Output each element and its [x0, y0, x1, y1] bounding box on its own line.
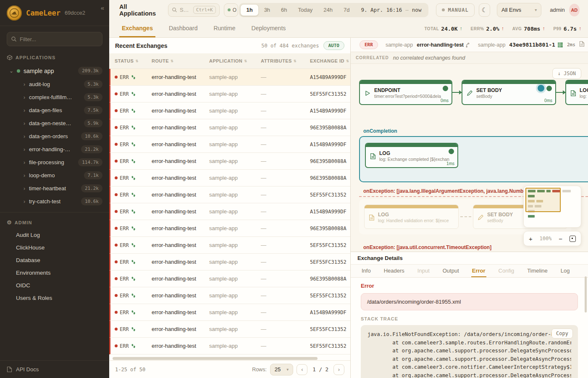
pagination-range: 1-25 of 50: [115, 367, 145, 373]
copy-button[interactable]: Copy: [551, 328, 573, 339]
table-row[interactable]: ERR error-handling-test sample-app — 5EF…: [109, 338, 350, 354]
table-row[interactable]: ERR error-handling-test sample-app — A15…: [109, 136, 350, 153]
sidebar-collapse-icon[interactable]: «: [101, 4, 104, 11]
sidebar-app-sample-app[interactable]: ⌄ sample app 209.3k: [0, 64, 109, 78]
column-header[interactable]: APPLICATION ⇅: [209, 58, 261, 63]
column-header[interactable]: ATTRIBUTES ⇅: [261, 58, 310, 63]
nav-tab[interactable]: Deployments: [249, 20, 289, 37]
exchange-route-name[interactable]: error-handling-test: [417, 42, 470, 48]
table-row[interactable]: ERR error-handling-test sample-app — A15…: [109, 203, 350, 220]
admin-nav-item[interactable]: Users & Roles: [0, 292, 109, 304]
route-diagram-canvas[interactable]: ↓ JSON ENDPOINT timer:errorTest?period=5…: [351, 64, 588, 252]
exchange-id[interactable]: 43ee9811b801-1: [509, 42, 563, 48]
api-docs-link[interactable]: API Docs: [0, 360, 109, 378]
table-row[interactable]: ERR error-handling-test sample-app — A15…: [109, 69, 350, 86]
details-tab[interactable]: Headers: [383, 265, 405, 277]
global-search[interactable]: Ctrl+K: [168, 3, 220, 17]
details-tab[interactable]: Log: [560, 265, 571, 277]
admin-nav-item[interactable]: Audit Log: [0, 229, 109, 242]
download-json-button[interactable]: ↓ JSON: [552, 68, 581, 79]
error-status-dot: [115, 76, 118, 79]
prev-page-button[interactable]: ‹: [297, 364, 307, 375]
time-range-button[interactable]: 7d: [338, 4, 355, 16]
auto-refresh-badge[interactable]: AUTO: [323, 41, 345, 50]
live-indicator-toggle[interactable]: O: [224, 3, 239, 17]
nav-tab[interactable]: Dashboard: [166, 20, 200, 37]
selected-step-dot[interactable]: [538, 85, 544, 92]
details-tab[interactable]: Error: [471, 265, 486, 277]
column-header[interactable]: STATUS ⇅: [115, 58, 152, 63]
environment-select[interactable]: All Envs ▾: [497, 3, 541, 17]
search-input[interactable]: [180, 7, 191, 13]
table-row[interactable]: ERR error-handling-test sample-app — A15…: [109, 304, 350, 321]
table-row[interactable]: ERR error-handling-test sample-app — 5EF…: [109, 86, 350, 102]
sidebar-route-item[interactable]: › timer-heartbeat 21.2k: [0, 182, 109, 195]
avatar[interactable]: AD: [569, 4, 580, 16]
sidebar-route-item[interactable]: › data-gen-neste… 5.9k: [0, 117, 109, 130]
sidebar-route-item[interactable]: › error-handling-… 21.2k: [0, 143, 109, 156]
node-endpoint[interactable]: ENDPOINT timer:errorTest?period=5000&del…: [359, 80, 452, 105]
column-header[interactable]: ROUTE ⇅: [152, 58, 209, 63]
admin-nav-item[interactable]: Database: [0, 254, 109, 267]
route-label: file-processing: [29, 159, 64, 165]
rows-per-page-select[interactable]: 25 ▾: [270, 364, 294, 375]
time-range-button[interactable]: 24h: [318, 4, 338, 16]
details-tab[interactable]: Config: [498, 265, 515, 277]
table-row[interactable]: ERR error-handling-test sample-app — 5EF…: [109, 287, 350, 304]
admin-nav-item[interactable]: ClickHouse: [0, 242, 109, 254]
table-row[interactable]: ERR error-handling-test sample-app — 96E…: [109, 170, 350, 186]
table-row[interactable]: ERR error-handling-test sample-app — 5EF…: [109, 254, 350, 270]
table-row[interactable]: ERR error-handling-test sample-app — A15…: [109, 102, 350, 119]
table-row[interactable]: ERR error-handling-test sample-app — 96E…: [109, 220, 350, 237]
admin-nav-item[interactable]: Environments: [0, 267, 109, 279]
details-tab[interactable]: Timeline: [526, 265, 549, 277]
sidebar-route-item[interactable]: › file-processing 114.7k: [0, 156, 109, 169]
stat-value: 2.0%: [486, 26, 499, 32]
chevron-right-icon: ›: [24, 121, 25, 126]
time-range-display[interactable]: 9. Apr. 16:16 – now: [355, 7, 427, 13]
time-range-button[interactable]: 6h: [276, 4, 292, 16]
node-completion-log[interactable]: LOG log: Exchange completed [${exchan 1m…: [365, 143, 458, 168]
table-row[interactable]: ERR error-handling-test sample-app — 96E…: [109, 119, 350, 136]
document-icon[interactable]: [579, 41, 585, 49]
time-range-button[interactable]: 1h: [240, 4, 258, 16]
stack-trace-line: at org.apache.camel.support.processor.De…: [368, 372, 571, 378]
footprints-icon: [131, 276, 136, 281]
diagram-minimap[interactable]: [523, 186, 581, 228]
table-row[interactable]: ERR error-handling-test sample-app — 96E…: [109, 270, 350, 287]
next-page-button[interactable]: ›: [333, 364, 344, 375]
node-exception-log[interactable]: LOG log: Handled validation error: ${exc…: [364, 205, 459, 229]
sidebar-route-item[interactable]: › data-gen-files 7.5k: [0, 104, 109, 117]
sidebar-route-item[interactable]: › complex-fulfillm… 5.3k: [0, 91, 109, 104]
node-set-body[interactable]: SET BODY setBody 0ms: [462, 80, 556, 105]
node-log[interactable]: LOG log: Sta: [565, 80, 588, 105]
sidebar-route-item[interactable]: › loop-demo 7.1k: [0, 169, 109, 182]
vertical-scrollbar-thumb[interactable]: [585, 276, 587, 312]
horizontal-scrollbar-thumb[interactable]: [113, 357, 318, 360]
column-header[interactable]: EXCHANGE ID ⇅: [310, 58, 350, 63]
table-row[interactable]: ERR error-handling-test sample-app — 5EF…: [109, 321, 350, 338]
zoom-out-button[interactable]: −: [559, 235, 562, 242]
sidebar-route-item[interactable]: › try-catch-test 10.6k: [0, 195, 109, 208]
admin-nav-item[interactable]: OIDC: [0, 279, 109, 292]
sidebar-route-item[interactable]: › data-gen-orders 10.6k: [0, 130, 109, 143]
details-tab[interactable]: Input: [417, 265, 430, 277]
table-row[interactable]: ERR error-handling-test sample-app — 96E…: [109, 153, 350, 170]
table-row[interactable]: ERR error-handling-test sample-app — 5EF…: [109, 186, 350, 203]
time-range-button[interactable]: Today: [293, 4, 318, 16]
fit-view-button[interactable]: [570, 236, 576, 242]
zoom-in-button[interactable]: +: [529, 235, 533, 242]
manual-refresh-button[interactable]: MANUAL: [436, 3, 474, 17]
table-footer: 1-25 of 50 Rows: 25 ▾ ‹ 1 / 2 ›: [109, 360, 350, 378]
details-tab[interactable]: Info: [361, 265, 372, 277]
stack-trace-box[interactable]: Copy java.io.FileNotFoundException: /dat…: [361, 325, 578, 378]
dark-mode-toggle[interactable]: ☾: [479, 3, 490, 17]
filter-input[interactable]: [7, 32, 102, 46]
nav-tab[interactable]: Runtime: [211, 20, 238, 37]
time-range-button[interactable]: 3h: [259, 4, 276, 16]
minimap-viewport[interactable]: [525, 188, 561, 212]
sidebar-route-item[interactable]: › audit-log 5.3k: [0, 78, 109, 91]
table-row[interactable]: ERR error-handling-test sample-app — 5EF…: [109, 237, 350, 254]
details-tab[interactable]: Output: [442, 265, 460, 277]
nav-tab[interactable]: Exchanges: [119, 20, 155, 37]
